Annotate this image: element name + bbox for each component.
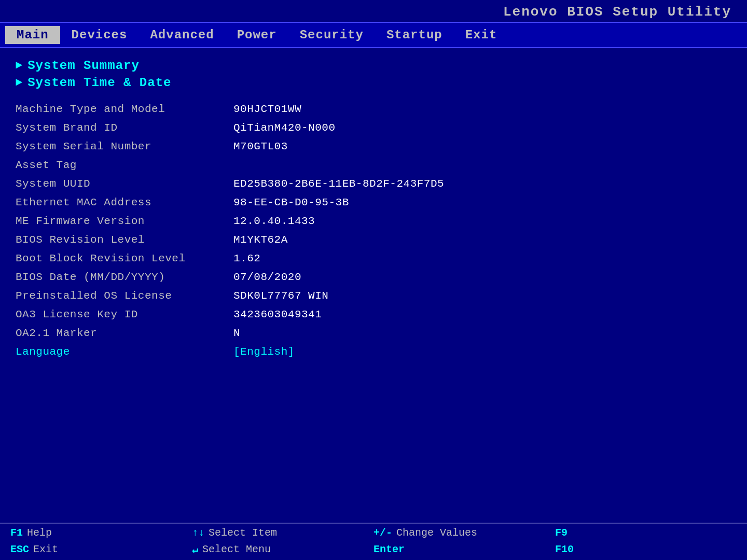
menu-item-exit[interactable]: Exit <box>454 26 509 44</box>
bios-container: Lenovo BIOS Setup Utility Main Devices A… <box>0 0 747 560</box>
info-value-me-fw: 12.0.40.1433 <box>233 215 315 227</box>
nav-item-system-summary[interactable]: ► System Summary <box>16 59 731 73</box>
status-f1: F1 Help <box>10 527 192 539</box>
key-enter: Enter <box>374 543 405 555</box>
status-enter: Enter <box>374 543 555 555</box>
info-value-uuid: ED25B380-2B6E-11EB-8D2F-243F7D5 <box>233 178 444 190</box>
status-bar-row1: F1 Help ↑↓ Select Item +/- Change Values… <box>0 523 747 542</box>
title-bar: Lenovo BIOS Setup Utility <box>0 0 747 22</box>
desc-select-item: Select Item <box>209 527 277 539</box>
status-esc: ESC Exit <box>10 543 192 555</box>
table-row: OA2.1 Marker N <box>16 327 731 344</box>
info-label-oa3: OA3 License Key ID <box>16 309 233 320</box>
info-label-machine-type: Machine Type and Model <box>16 103 233 115</box>
status-arrows: ↑↓ Select Item <box>192 527 374 539</box>
info-value-os-license: SDK0L77767 WIN <box>233 290 328 302</box>
info-value-serial: M70GTL03 <box>233 141 288 152</box>
nav-label-time: System Time & Date <box>27 76 171 90</box>
arrow-icon-time: ► <box>16 76 22 89</box>
key-f10: F10 <box>555 543 574 555</box>
info-label-language: Language <box>16 346 233 358</box>
nav-label-summary: System Summary <box>27 59 140 73</box>
info-label-mac: Ethernet MAC Address <box>16 197 233 208</box>
menu-item-startup[interactable]: Startup <box>375 26 454 44</box>
info-value-machine-type: 90HJCT01WW <box>233 103 301 115</box>
status-plusminus: +/- Change Values <box>374 527 555 539</box>
info-value-oa21: N <box>233 327 240 339</box>
table-row: Asset Tag <box>16 159 731 176</box>
desc-select-menu: Select Menu <box>202 543 271 555</box>
table-row: OA3 License Key ID 3423603049341 <box>16 309 731 325</box>
menu-bar: Main Devices Advanced Power Security Sta… <box>0 22 747 48</box>
bios-title: Lenovo BIOS Setup Utility <box>503 4 731 20</box>
info-label-uuid: System UUID <box>16 178 233 190</box>
table-row: ME Firmware Version 12.0.40.1433 <box>16 215 731 232</box>
status-f10: F10 <box>555 543 737 555</box>
key-plusminus: +/- <box>374 527 392 539</box>
menu-item-security[interactable]: Security <box>288 26 375 44</box>
info-label-os-license: Preinstalled OS License <box>16 290 233 302</box>
status-f9: F9 <box>555 527 737 539</box>
table-row: BIOS Date (MM/DD/YYYY) 07/08/2020 <box>16 271 731 288</box>
info-label-bios-date: BIOS Date (MM/DD/YYYY) <box>16 271 233 283</box>
info-value-language[interactable]: [English] <box>233 346 295 358</box>
table-row: Boot Block Revision Level 1.62 <box>16 253 731 269</box>
key-enter-arrows: ↵ <box>192 543 198 556</box>
table-row: System Brand ID QiTianM420-N000 <box>16 122 731 138</box>
table-row: System Serial Number M70GTL03 <box>16 141 731 157</box>
info-value-boot-block: 1.62 <box>233 253 260 264</box>
desc-help: Help <box>27 527 52 539</box>
table-row: System UUID ED25B380-2B6E-11EB-8D2F-243F… <box>16 178 731 194</box>
menu-item-devices[interactable]: Devices <box>60 26 139 44</box>
menu-item-main[interactable]: Main <box>5 26 60 44</box>
table-row: BIOS Revision Level M1YKT62A <box>16 234 731 250</box>
menu-item-power[interactable]: Power <box>226 26 288 44</box>
status-enter-select: ↵ Select Menu <box>192 543 374 556</box>
arrow-icon-summary: ► <box>16 59 22 72</box>
desc-change-values: Change Values <box>396 527 477 539</box>
info-label-asset-tag: Asset Tag <box>16 159 233 171</box>
info-label-bios-rev: BIOS Revision Level <box>16 234 233 246</box>
info-value-bios-date: 07/08/2020 <box>233 271 301 283</box>
info-value-oa3: 3423603049341 <box>233 309 322 320</box>
info-table: Machine Type and Model 90HJCT01WW System… <box>16 103 731 365</box>
info-value-mac: 98-EE-CB-D0-95-3B <box>233 197 349 208</box>
table-row: Machine Type and Model 90HJCT01WW <box>16 103 731 120</box>
table-row: Ethernet MAC Address 98-EE-CB-D0-95-3B <box>16 197 731 213</box>
info-value-brand-id: QiTianM420-N000 <box>233 122 336 134</box>
content-area: ► System Summary ► System Time & Date Ma… <box>0 48 747 523</box>
menu-item-advanced[interactable]: Advanced <box>139 26 225 44</box>
status-bar-row2: ESC Exit ↵ Select Menu Enter F10 <box>0 542 747 560</box>
info-label-serial: System Serial Number <box>16 141 233 152</box>
nav-item-system-time[interactable]: ► System Time & Date <box>16 76 731 90</box>
table-row: Preinstalled OS License SDK0L77767 WIN <box>16 290 731 306</box>
table-row: Language [English] <box>16 346 731 362</box>
info-value-bios-rev: M1YKT62A <box>233 234 288 246</box>
info-label-oa21: OA2.1 Marker <box>16 327 233 339</box>
info-label-me-fw: ME Firmware Version <box>16 215 233 227</box>
key-f9: F9 <box>555 527 568 539</box>
key-arrows: ↑↓ <box>192 527 204 539</box>
desc-exit: Exit <box>33 543 58 555</box>
key-esc: ESC <box>10 543 29 555</box>
key-f1: F1 <box>10 527 23 539</box>
info-label-boot-block: Boot Block Revision Level <box>16 253 233 264</box>
info-label-brand-id: System Brand ID <box>16 122 233 134</box>
